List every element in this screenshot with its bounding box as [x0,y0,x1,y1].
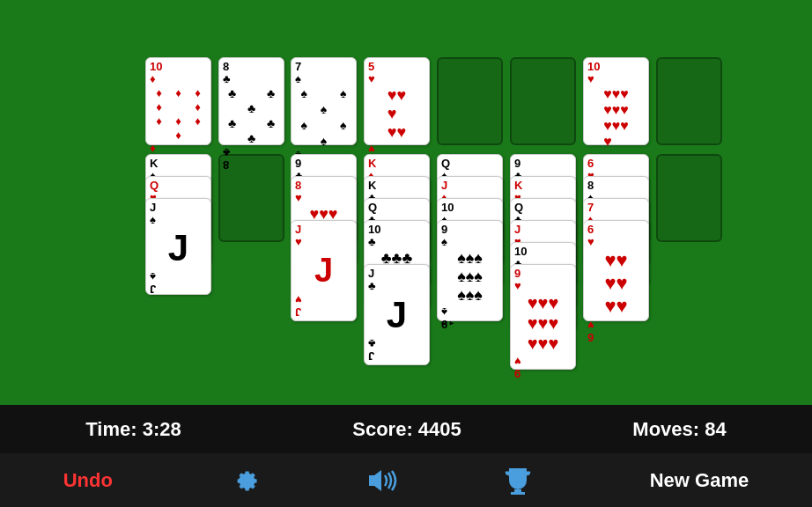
svg-marker-0 [369,470,381,491]
game-area: 10 ♦ ♦♦♦ ♦♦ ♦♦♦ ♦ 10 ♦ K♠ K K♠ Q♥ Q Q♥ J… [0,0,812,405]
card-Js[interactable]: J♠ J J♠ [145,198,211,295]
time-display: Time: 3:28 [85,418,181,441]
card-10h[interactable]: 10♥ ♥♥♥♥♥♥♥♥♥♥ 10♥ [583,57,649,145]
status-bar: Time: 3:28 Score: 4405 Moves: 84 [0,405,812,453]
settings-button[interactable] [221,458,267,503]
score-display: Score: 4405 [352,418,461,441]
foundation-placeholder-3[interactable] [656,57,722,145]
sound-button[interactable] [358,458,404,503]
trophy-button[interactable] [495,458,541,503]
gear-icon [228,465,260,496]
sound-icon [365,465,397,496]
card-8c[interactable]: 8♣ ♣♣ ♣ ♣♣ ♣ 8♣ [218,57,284,145]
empty-column-placeholder-2[interactable] [656,154,722,242]
new-game-button[interactable]: New Game [632,460,767,501]
card-9s[interactable]: 9♠ ♠♠♠♠♠♠♠♠♠ 9♠ [437,220,503,321]
card-Jc[interactable]: J♣ J J♣ [364,264,430,365]
trophy-icon [502,465,534,496]
svg-rect-1 [514,489,521,492]
card-7s[interactable]: 7♠ ♠♠ ♠ ♠♠ ♠ 7♠ [291,57,357,145]
card-10d[interactable]: 10 ♦ ♦♦♦ ♦♦ ♦♦♦ ♦ 10 ♦ [145,57,211,145]
undo-button[interactable]: Undo [46,460,130,501]
moves-display: Moves: 84 [632,418,726,441]
bottom-bar: Undo New Game [0,453,812,507]
card-Jh-col2[interactable]: J♥ J J♥ [291,220,357,321]
card-9h[interactable]: 9♥ ♥♥♥♥♥♥♥♥♥ 9♥ [510,264,576,370]
svg-rect-2 [511,492,525,495]
foundation-placeholder-2[interactable] [510,57,576,145]
foundation-placeholder-1[interactable] [437,57,503,145]
card-6h-bot[interactable]: 6♥ ♥♥♥♥♥♥ 6♥ [583,220,649,321]
card-5h[interactable]: 5♥ ♥♥♥♥♥ 5♥ [364,57,430,145]
